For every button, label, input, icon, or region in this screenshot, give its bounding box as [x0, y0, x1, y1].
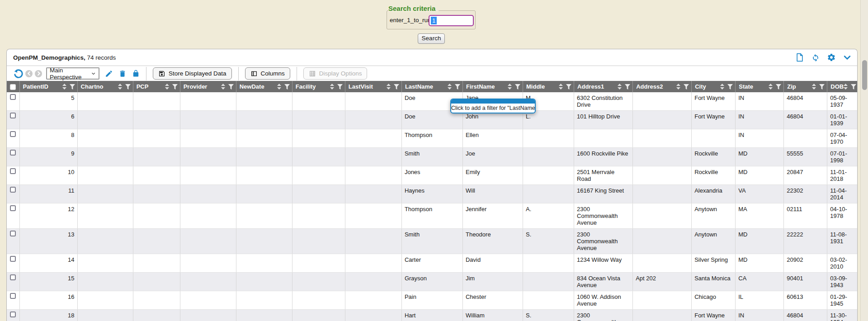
sort-icon[interactable] — [618, 84, 622, 90]
column-header-state[interactable]: State — [736, 81, 784, 92]
table-row[interactable]: 8ThompsonEllenIN07-04-1970 — [7, 129, 857, 148]
filter-icon[interactable] — [337, 84, 343, 90]
filter-icon[interactable] — [727, 84, 733, 90]
undo-icon[interactable] — [13, 69, 23, 79]
row-checkbox[interactable] — [10, 256, 16, 262]
cell-patientid: 10 — [19, 166, 77, 185]
table-row[interactable]: 13SmithTheodoreS.2300 Commonwealth Avenu… — [7, 229, 857, 254]
table-row[interactable]: 12ThompsonJenniferA.2300 Commonwealth Av… — [7, 203, 857, 229]
sort-icon[interactable] — [676, 84, 680, 90]
sort-icon[interactable] — [118, 84, 122, 90]
table-row[interactable]: 15GraysonJim834 Ocean Vista AvenueApt 20… — [7, 273, 857, 291]
gear-icon[interactable] — [827, 53, 836, 62]
column-header-middle[interactable]: Middle — [523, 81, 574, 92]
sort-icon[interactable] — [277, 84, 281, 90]
lock-icon[interactable] — [132, 70, 140, 77]
sort-icon[interactable] — [165, 84, 169, 90]
filter-icon[interactable] — [819, 84, 825, 90]
sort-icon[interactable] — [559, 84, 563, 90]
filter-icon[interactable] — [228, 84, 234, 90]
refresh-icon[interactable] — [811, 53, 820, 62]
column-header-patientid[interactable]: PatientID — [19, 81, 77, 92]
column-header-firstname[interactable]: FirstName — [462, 81, 523, 92]
sort-icon[interactable] — [844, 84, 848, 90]
row-checkbox[interactable] — [10, 113, 16, 118]
select-all-header[interactable] — [7, 81, 19, 92]
sort-icon[interactable] — [508, 84, 512, 90]
perspective-select[interactable]: Main Perspective — [46, 67, 99, 80]
table-row[interactable]: 10JonesEmily2501 Merrvale RoadRockvilleM… — [7, 166, 857, 185]
sort-icon[interactable] — [448, 84, 452, 90]
sort-icon[interactable] — [221, 84, 225, 90]
prev-perspective-icon[interactable] — [25, 70, 33, 77]
delete-trash-icon[interactable] — [118, 70, 127, 78]
table-row[interactable]: 18HartWilliamS.2300 Commonwealth AvenueF… — [7, 310, 857, 321]
filter-icon[interactable] — [70, 84, 75, 90]
sort-icon[interactable] — [387, 84, 391, 90]
sort-icon[interactable] — [812, 84, 816, 90]
column-header-lastvisit[interactable]: LastVisit — [345, 81, 401, 92]
next-perspective-icon[interactable] — [35, 70, 42, 77]
collapse-chevron-icon[interactable] — [843, 53, 852, 62]
cell-firstname: Will — [462, 185, 523, 203]
row-checkbox[interactable] — [10, 274, 16, 280]
filter-icon[interactable] — [851, 84, 856, 90]
filter-icon[interactable] — [776, 84, 781, 90]
run-input[interactable]: 1 — [429, 15, 474, 26]
cell-address2 — [633, 291, 692, 310]
row-checkbox[interactable] — [10, 231, 16, 236]
column-header-newdate[interactable]: NewDate — [236, 81, 292, 92]
store-displayed-data-button[interactable]: Store Displayed Data — [153, 67, 232, 80]
row-checkbox[interactable] — [10, 94, 16, 100]
vertical-scrollbar-thumb[interactable] — [862, 60, 867, 90]
row-checkbox[interactable] — [10, 293, 16, 299]
column-header-facility[interactable]: Facility — [292, 81, 345, 92]
search-button[interactable]: Search — [418, 33, 445, 44]
column-header-pcp[interactable]: PCP — [133, 81, 180, 92]
cell-address2 — [633, 111, 692, 129]
filter-icon[interactable] — [125, 84, 131, 90]
edit-pencil-icon[interactable] — [105, 70, 113, 78]
row-checkbox-cell — [7, 148, 19, 166]
vertical-scrollbar-track[interactable] — [860, 0, 868, 321]
column-header-provider[interactable]: Provider — [180, 81, 236, 92]
row-checkbox[interactable] — [10, 168, 16, 174]
filter-icon[interactable] — [394, 84, 399, 90]
column-header-zip[interactable]: Zip — [784, 81, 827, 92]
cell-newdate — [236, 229, 292, 254]
select-all-checkbox[interactable] — [10, 84, 16, 90]
cell-state: MD — [736, 254, 784, 273]
row-checkbox[interactable] — [10, 187, 16, 193]
column-header-address1[interactable]: Address1 — [574, 81, 633, 92]
column-header-dob[interactable]: DOB — [827, 81, 857, 92]
cell-provider — [180, 273, 236, 291]
column-header-city[interactable]: City — [692, 81, 736, 92]
filter-icon[interactable] — [625, 84, 630, 90]
cell-provider — [180, 229, 236, 254]
column-header-address2[interactable]: Address2 — [633, 81, 692, 92]
filter-icon[interactable] — [515, 84, 520, 90]
columns-button[interactable]: Columns — [245, 67, 290, 80]
filter-icon[interactable] — [172, 84, 178, 90]
sort-icon[interactable] — [330, 84, 334, 90]
filter-icon[interactable] — [284, 84, 290, 90]
new-document-icon[interactable] — [795, 53, 804, 62]
sort-icon[interactable] — [769, 84, 773, 90]
table-row[interactable]: 14CarterDavid1234 Willow WaySilver Sprin… — [7, 254, 857, 273]
filter-icon[interactable] — [566, 84, 571, 90]
column-header-lastname[interactable]: LastName — [401, 81, 462, 92]
table-row[interactable]: 16PainChester1060 W. Addison AvenueChica… — [7, 291, 857, 310]
sort-icon[interactable] — [62, 84, 66, 90]
sort-icon[interactable] — [720, 84, 724, 90]
table-row[interactable]: 6DoeJohnL.101 Hilltop DriveFort WayneIN4… — [7, 111, 857, 129]
filter-icon[interactable] — [455, 84, 460, 90]
column-header-chartno[interactable]: Chartno — [77, 81, 133, 92]
table-row[interactable]: 5DoeJaneM.6302 Constitution DriveFort Wa… — [7, 92, 857, 111]
table-row[interactable]: 9SmithJoe1600 Rockville PikeRockvilleMD5… — [7, 148, 857, 166]
row-checkbox[interactable] — [10, 205, 16, 211]
row-checkbox[interactable] — [10, 131, 16, 137]
filter-icon[interactable] — [684, 84, 689, 90]
row-checkbox[interactable] — [10, 312, 16, 317]
row-checkbox[interactable] — [10, 150, 16, 156]
table-row[interactable]: 11HaynesWill16167 King StreetAlexandriaV… — [7, 185, 857, 203]
